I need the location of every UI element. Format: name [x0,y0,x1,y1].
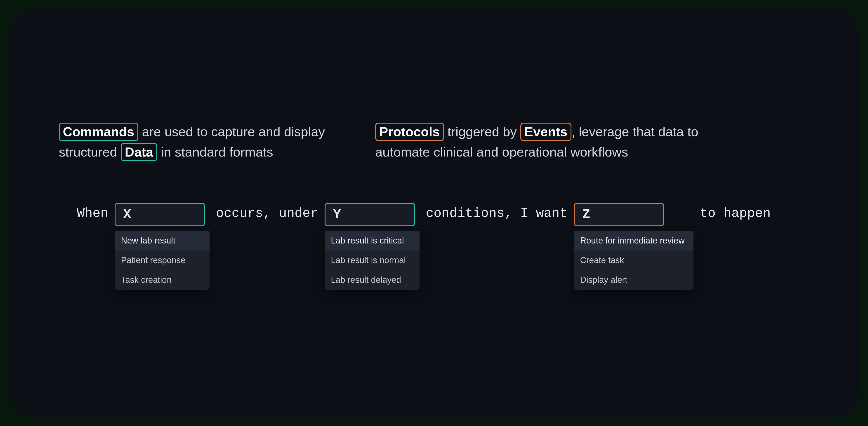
diagram-card: Commands are used to capture and display… [9,8,859,418]
dropdown-z: Route for immediate review Create task D… [574,231,693,290]
formula-word-to-happen: to happen [700,203,771,221]
dropdown-x-option-0[interactable]: New lab result [115,231,210,251]
slot-y: Y Lab result is critical Lab result is n… [324,203,420,290]
dropdown-y: Lab result is critical Lab result is nor… [324,231,420,290]
chip-events: Events [520,123,571,141]
dropdown-z-option-0[interactable]: Route for immediate review [574,231,693,251]
description-commands-data: Commands are used to capture and display… [59,122,335,162]
input-x[interactable]: X [115,203,205,226]
chip-data: Data [121,143,157,162]
chip-commands: Commands [59,123,138,141]
dropdown-x-option-2[interactable]: Task creation [115,270,210,290]
formula-word-conditions-want: conditions, I want [426,203,567,221]
input-y-value: Y [333,207,341,222]
dropdown-z-option-2[interactable]: Display alert [574,270,693,290]
chip-protocols: Protocols [375,123,444,141]
desc-right-seg1: triggered by [444,124,521,139]
dropdown-z-option-1[interactable]: Create task [574,251,693,270]
dropdown-y-option-1[interactable]: Lab result is normal [324,251,420,270]
slot-x: X New lab result Patient response Task c… [115,203,210,290]
dropdown-y-option-2[interactable]: Lab result delayed [324,270,420,290]
formula-word-occurs-under: occurs, under [216,203,318,221]
input-z-value: Z [582,207,590,222]
descriptions-row: Commands are used to capture and display… [59,122,809,162]
description-protocols-events: Protocols triggered by Events, leverage … [375,122,719,162]
input-y[interactable]: Y [324,203,415,226]
dropdown-x: New lab result Patient response Task cre… [115,231,210,290]
desc-left-seg2: in standard formats [157,144,273,159]
dropdown-y-option-0[interactable]: Lab result is critical [324,231,420,251]
formula-word-when: When [77,203,108,221]
formula-row: When X New lab result Patient response T… [59,203,809,290]
input-z[interactable]: Z [574,203,664,226]
dropdown-x-option-1[interactable]: Patient response [115,251,210,270]
slot-z: Z Route for immediate review Create task… [574,203,693,290]
input-x-value: X [123,207,131,222]
